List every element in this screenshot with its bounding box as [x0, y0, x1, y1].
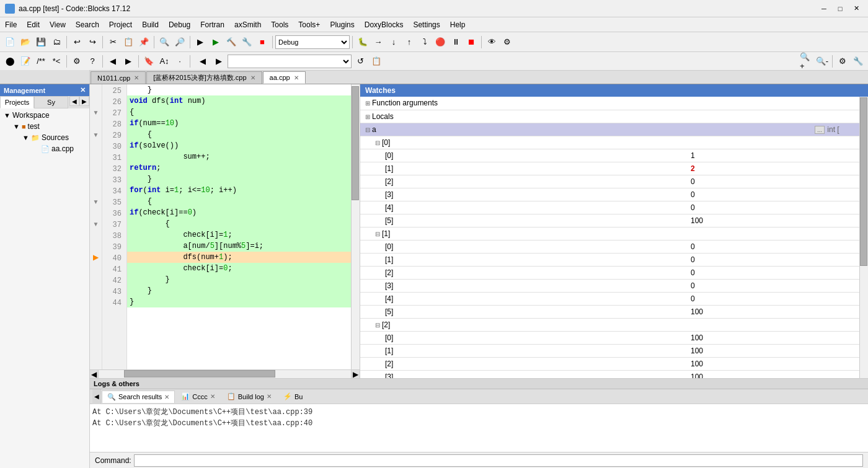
tab-close-lanqiao[interactable]: ✕ — [250, 74, 255, 81]
tab-close-search[interactable]: ✕ — [164, 394, 169, 400]
collapse-icon[interactable]: ⊟ — [375, 322, 380, 329]
code-line[interactable]: return; — [127, 162, 351, 174]
save-all-button[interactable]: 🗂 — [49, 35, 64, 50]
watches-row[interactable]: ⊟[2] — [360, 318, 859, 331]
menu-view[interactable]: View — [45, 17, 71, 32]
collapse-icon[interactable]: ⊟ — [375, 139, 380, 146]
watches-row[interactable]: ⊞Function arguments — [360, 97, 859, 110]
run-to-cursor-btn[interactable]: ⤵ — [417, 35, 432, 50]
tab-build-log[interactable]: 📋 Build log ✕ — [221, 391, 277, 403]
code-line[interactable]: if(check[i]==0) — [127, 207, 351, 218]
bottom-nav-left[interactable]: ◀ — [92, 389, 101, 404]
sidebar-arrow-right[interactable]: ▶ — [79, 96, 89, 106]
hscroll-left-btn[interactable]: ◀ — [90, 370, 99, 378]
menu-plugins[interactable]: Plugins — [325, 17, 359, 32]
tab-close-n1011[interactable]: ✕ — [134, 74, 139, 81]
fold-button[interactable]: ▼ — [93, 221, 99, 227]
tree-project-test[interactable]: ▼ ■ test — [1, 121, 88, 132]
code-line[interactable]: sum++; — [127, 151, 351, 162]
code-line[interactable]: } — [127, 274, 351, 285]
hscroll-thumb[interactable] — [124, 370, 275, 377]
code-line[interactable]: { — [127, 218, 351, 229]
collapse-icon[interactable]: ⊟ — [365, 126, 370, 133]
watches-row[interactable]: ⊟[0] — [360, 136, 859, 149]
watches-btn[interactable]: 👁 — [484, 35, 499, 50]
nav-left-btn[interactable]: ◀ — [195, 54, 210, 69]
cpu-btn[interactable]: ⚙ — [500, 35, 515, 50]
watches-row[interactable]: [5]100 — [360, 305, 859, 318]
watches-row[interactable]: [2]0 — [360, 175, 859, 188]
menu-project[interactable]: Project — [104, 17, 137, 32]
new-button[interactable]: 📄 — [2, 35, 17, 50]
watches-row[interactable]: ⊞Locals — [360, 110, 859, 123]
fwd-btn[interactable]: ▶ — [121, 54, 136, 69]
menu-doxyblocks[interactable]: DoxyBlocks — [360, 17, 409, 32]
comment-btn[interactable]: /** — [33, 54, 48, 69]
watches-row[interactable]: [3]100 — [360, 370, 859, 378]
paste-button[interactable]: 📌 — [136, 35, 151, 50]
wrench-btn[interactable]: 🔧 — [851, 54, 866, 69]
settings3-btn[interactable]: ⚙ — [835, 54, 850, 69]
tab-lanqiao[interactable]: [蓝桥杯2015决赛]方格填数.cpp ✕ — [146, 71, 262, 84]
dot-btn[interactable]: · — [172, 54, 187, 69]
next-file-btn[interactable]: 📝 — [18, 54, 33, 69]
watches-row[interactable]: [3]0 — [360, 279, 859, 292]
prev-btn[interactable]: ◀ — [105, 54, 120, 69]
tab-close-buildlog[interactable]: ✕ — [267, 393, 272, 400]
menu-help[interactable]: Help — [445, 17, 471, 32]
zoom-in-btn[interactable]: 🔍+ — [799, 54, 814, 69]
watches-row[interactable]: [0]100 — [360, 331, 859, 344]
menu-tools[interactable]: Tools — [266, 17, 293, 32]
sidebar-tab-projects[interactable]: Projects — [0, 96, 34, 108]
find-next-button[interactable]: 🔎 — [172, 35, 187, 50]
symbol-search-combo[interactable] — [228, 55, 352, 68]
code-line[interactable]: } — [127, 285, 351, 296]
code-line[interactable]: void dfs(int num) — [127, 95, 351, 107]
debug-toolbar-btn[interactable]: 🐛 — [355, 35, 370, 50]
cut-button[interactable]: ✂ — [105, 35, 120, 50]
code-line[interactable]: check[i]=0; — [127, 263, 351, 274]
fold-button[interactable]: ▼ — [93, 198, 99, 205]
watches-row[interactable]: [1]2 — [360, 162, 859, 175]
tab-search-results[interactable]: 🔍 Search results ✕ — [102, 391, 175, 403]
watches-row[interactable]: [2]0 — [360, 266, 859, 279]
code-line[interactable]: { — [127, 196, 351, 207]
stop-debug-btn[interactable]: ⏹ — [464, 35, 479, 50]
code-line[interactable]: } — [127, 296, 351, 307]
code-editor[interactable]: ▼▼▼▼▶ 2526272829303132333435363738394041… — [90, 84, 360, 369]
stop-button[interactable]: ■ — [255, 35, 270, 50]
menu-fortran[interactable]: Fortran — [195, 17, 229, 32]
build-target-select[interactable]: Debug Release — [275, 35, 350, 49]
step-out-btn[interactable]: ↑ — [402, 35, 417, 50]
expand-icon[interactable]: ⊞ — [365, 100, 370, 107]
code-line[interactable]: } — [127, 174, 351, 185]
sidebar-tab-sy[interactable]: Sy — [34, 96, 68, 108]
menu-axsmith[interactable]: axSmith — [229, 17, 266, 32]
tab-bu[interactable]: ⚡ Bu — [278, 391, 308, 403]
watches-row[interactable]: [1]0 — [360, 253, 859, 266]
watches-scroll-thumb[interactable] — [860, 97, 867, 266]
fold-button[interactable]: ▼ — [93, 109, 99, 116]
maximize-button[interactable]: □ — [833, 3, 847, 14]
settings2-btn[interactable]: ⚙ — [69, 54, 84, 69]
code-line[interactable]: a[num/5][num%5]=i; — [127, 241, 351, 252]
save-button[interactable]: 💾 — [33, 35, 48, 50]
ellipsis-button[interactable]: ... — [815, 126, 825, 134]
tree-workspace[interactable]: ▼ Workspace — [1, 110, 88, 121]
build-button[interactable]: 🔨 — [224, 35, 239, 50]
collapse-icon[interactable]: ⊟ — [375, 231, 380, 237]
tree-aacpp[interactable]: 📄 aa.cpp — [1, 143, 88, 154]
fmt-btn[interactable]: A↕ — [157, 54, 172, 69]
copy-button[interactable]: 📋 — [121, 35, 136, 50]
code-line[interactable]: } — [127, 84, 351, 95]
tab-n1011[interactable]: N1011.cpp ✕ — [91, 71, 146, 84]
menu-debug[interactable]: Debug — [164, 17, 195, 32]
code-line[interactable]: check[i]=1; — [127, 229, 351, 241]
run-button[interactable]: ▶ — [193, 35, 208, 50]
help2-btn[interactable]: ? — [85, 54, 100, 69]
code-lines[interactable]: }void dfs(int num){ if(num==10) { if(sol… — [127, 84, 351, 369]
code-line[interactable]: { — [127, 107, 351, 118]
menu-toolsplus[interactable]: Tools+ — [293, 17, 325, 32]
sidebar-arrow-left[interactable]: ◀ — [69, 96, 79, 106]
open-button[interactable]: 📂 — [18, 35, 33, 50]
